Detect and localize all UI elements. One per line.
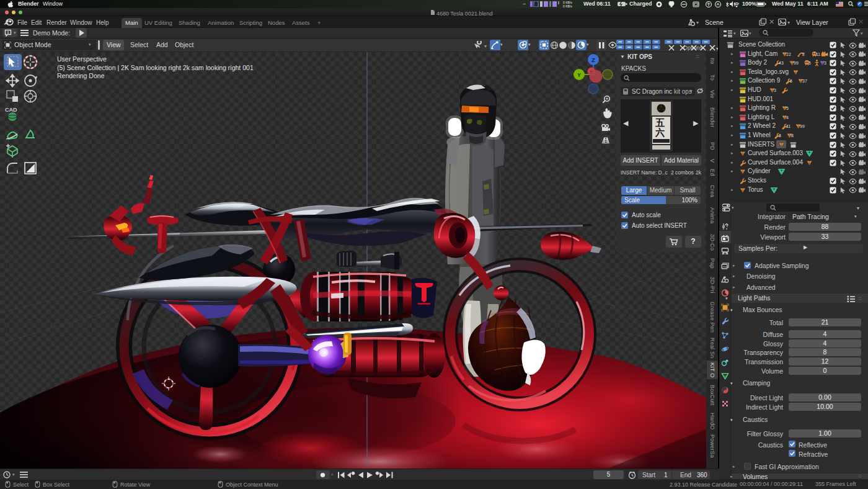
svg-text:▾: ▾ [484, 43, 487, 49]
svg-text:(5) Scene Collection | 2K Sam: (5) Scene Collection | 2K Sam looking ri… [57, 64, 254, 71]
svg-text:Rendering Done: Rendering Done [57, 72, 105, 79]
svg-text:▾: ▾ [716, 46, 718, 52]
svg-text:CAD: CAD [5, 107, 17, 113]
svg-text:User Perspective: User Perspective [57, 55, 107, 63]
svg-text:Z: Z [591, 57, 595, 63]
svg-text:Y: Y [577, 72, 581, 78]
